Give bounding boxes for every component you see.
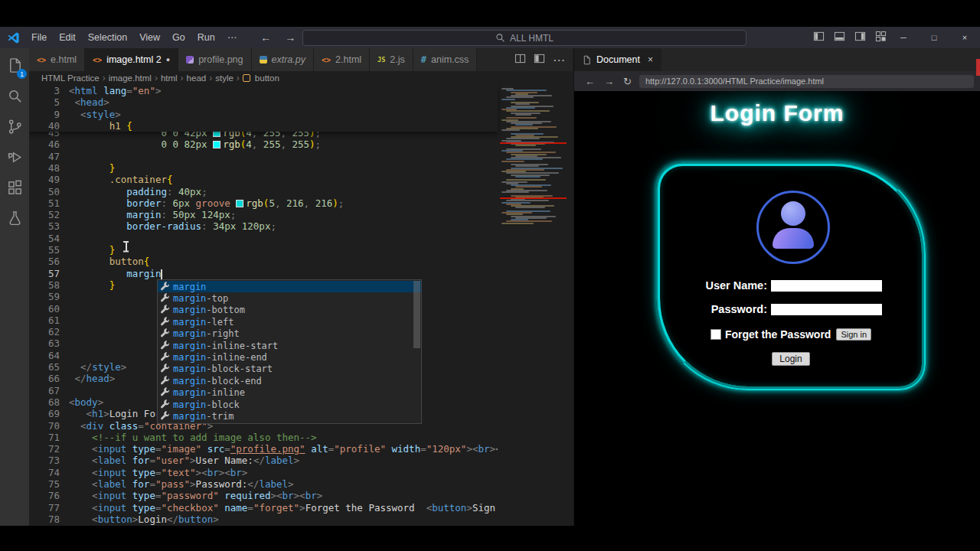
code-line-5[interactable]: 5 <head>	[29, 96, 498, 108]
command-center[interactable]: ALL HMTL	[302, 30, 746, 46]
suggest-item-margin-block[interactable]: margin-block	[158, 399, 421, 410]
restore-button[interactable]: □	[919, 27, 949, 48]
customize-layout-icon[interactable]	[875, 31, 887, 45]
more-actions-icon[interactable]: ⋯	[553, 53, 565, 67]
line-number[interactable]: 57	[29, 268, 69, 279]
code-line-53[interactable]: 53 border-radius: 34px 120px;	[29, 220, 498, 232]
code-line-71[interactable]: 71 <!--if u want to add image also then-…	[29, 432, 498, 443]
url-bar[interactable]: http://127.0.0.1:3000/HTML Practice/imag…	[639, 75, 974, 88]
line-number[interactable]: 63	[29, 337, 69, 349]
tab-profile-png[interactable]: profile.png	[178, 48, 251, 71]
line-number[interactable]: 9	[29, 109, 69, 120]
extensions-item[interactable]	[0, 174, 29, 204]
line-number[interactable]: 54	[29, 233, 69, 244]
line-number[interactable]: 71	[29, 432, 69, 443]
search-item[interactable]	[0, 82, 29, 112]
line-number[interactable]: 64	[29, 350, 69, 361]
code-line-47[interactable]: 47	[29, 151, 498, 162]
reload-icon[interactable]: ↻	[619, 76, 636, 87]
line-number[interactable]: 70	[29, 420, 69, 432]
tab-2-html[interactable]: <>2.html	[314, 48, 370, 71]
line-number[interactable]: 47	[29, 151, 69, 162]
line-number[interactable]: 78	[29, 514, 69, 525]
code-line-73[interactable]: 73 <label for="user">User Name:</label>	[29, 455, 498, 466]
code-line-40[interactable]: 40 h1 {	[29, 120, 498, 132]
toggle-sidebar-icon[interactable]	[813, 31, 825, 45]
menu-view[interactable]: View	[133, 27, 166, 48]
color-swatch[interactable]	[213, 141, 220, 148]
code-line-75[interactable]: 75 <label for="pass">Password:</label>	[29, 478, 498, 490]
breadcrumb-item-style[interactable]: style	[215, 73, 234, 83]
line-number[interactable]: 77	[29, 502, 69, 514]
line-number[interactable]: 66	[29, 373, 69, 384]
code-line-78[interactable]: 78 <button>Login</button>	[29, 514, 498, 525]
line-number[interactable]: 49	[29, 174, 69, 185]
split-editor-icon[interactable]	[514, 53, 526, 67]
line-number[interactable]: 48	[29, 162, 69, 174]
suggest-item-margin[interactable]: margin	[158, 281, 421, 292]
line-number[interactable]: 74	[29, 467, 69, 478]
line-number[interactable]: 55	[29, 244, 69, 256]
suggest-scrollbar[interactable]	[413, 281, 420, 348]
forward-icon[interactable]: →	[599, 76, 619, 87]
code-line-57[interactable]: 57 margin	[29, 268, 498, 279]
profile-avatar[interactable]	[756, 191, 830, 264]
line-number[interactable]: 51	[29, 197, 69, 209]
breadcrumb-item-html-practice[interactable]: HTML Practice	[41, 73, 100, 83]
tab-document[interactable]: Document ×	[574, 48, 662, 71]
line-number[interactable]: 53	[29, 220, 69, 232]
code-line-51[interactable]: 51 border: 6px groove rgb(5, 216, 216);	[29, 197, 498, 209]
code-line-54[interactable]: 54	[29, 233, 498, 244]
line-number[interactable]: 56	[29, 256, 69, 267]
code-line-52[interactable]: 52 margin: 50px 124px;	[29, 209, 498, 220]
suggest-item-margin-block-start[interactable]: margin-block-start	[158, 364, 421, 375]
line-number[interactable]: 69	[29, 408, 69, 419]
line-number[interactable]: 72	[29, 443, 69, 455]
line-number[interactable]: 76	[29, 490, 69, 501]
breadcrumb-item-head[interactable]: head	[187, 73, 207, 83]
tab-extra-py[interactable]: extra.py	[252, 48, 314, 71]
menu-more[interactable]: ⋯	[221, 27, 243, 48]
code-editor[interactable]: 45 0 0 42px rgb(4, 255, 255);46 0 0 82px…	[29, 85, 573, 526]
breadcrumb-item-image-html[interactable]: image.html	[109, 73, 152, 83]
tab-2-js[interactable]: JS2.js	[370, 48, 413, 71]
line-number[interactable]: 75	[29, 478, 69, 490]
login-button[interactable]: Login	[772, 352, 809, 366]
tab-anim-css[interactable]: #anim.css	[413, 48, 478, 71]
testing-item[interactable]	[0, 204, 29, 235]
tab-e-html[interactable]: <>e.html	[29, 48, 85, 71]
code-line-49[interactable]: 49 .container{	[29, 174, 498, 185]
line-number[interactable]: 3	[29, 85, 69, 96]
code-line-56[interactable]: 56 button{	[29, 256, 498, 267]
line-number[interactable]: 46	[29, 139, 69, 150]
source-control-item[interactable]	[0, 112, 29, 143]
suggest-item-margin-inline-start[interactable]: margin-inline-start	[158, 340, 421, 351]
line-number[interactable]: 65	[29, 361, 69, 373]
line-number[interactable]: 58	[29, 279, 69, 291]
minimize-button[interactable]: ─	[888, 27, 919, 48]
password-input[interactable]	[771, 304, 882, 315]
suggest-item-margin-trim[interactable]: margin-trim	[158, 410, 421, 422]
menu-edit[interactable]: Edit	[53, 27, 82, 48]
explorer-item[interactable]: 1	[0, 51, 29, 82]
menu-go[interactable]: Go	[166, 27, 191, 48]
breadcrumb-item-button[interactable]: button	[255, 73, 279, 83]
suggest-item-margin-left[interactable]: margin-left	[158, 316, 421, 328]
code-line-3[interactable]: 3<html lang="en">	[29, 85, 498, 96]
toggle-layout-icon[interactable]	[534, 53, 545, 67]
close-button[interactable]: ×	[949, 27, 980, 48]
suggest-item-margin-inline-end[interactable]: margin-inline-end	[158, 351, 421, 363]
code-line-77[interactable]: 77 <input type="checkbox" name="forget">…	[29, 502, 498, 514]
menu-selection[interactable]: Selection	[82, 27, 133, 48]
suggest-item-margin-top[interactable]: margin-top	[158, 292, 421, 304]
line-number[interactable]: 59	[29, 291, 69, 302]
tab-image-html-2[interactable]: <>image.html 2●	[85, 48, 178, 71]
code-line-76[interactable]: 76 <input type="password" required><br><…	[29, 490, 498, 501]
line-number[interactable]: 61	[29, 315, 69, 326]
forward-arrow-icon[interactable]: →	[278, 27, 302, 48]
back-icon[interactable]: ←	[580, 76, 599, 87]
suggest-item-margin-right[interactable]: margin-right	[158, 328, 421, 340]
code-line-46[interactable]: 46 0 0 82px rgb(4, 255, 255);	[29, 139, 498, 150]
menu-file[interactable]: File	[25, 27, 53, 48]
close-icon[interactable]: ×	[648, 54, 653, 65]
